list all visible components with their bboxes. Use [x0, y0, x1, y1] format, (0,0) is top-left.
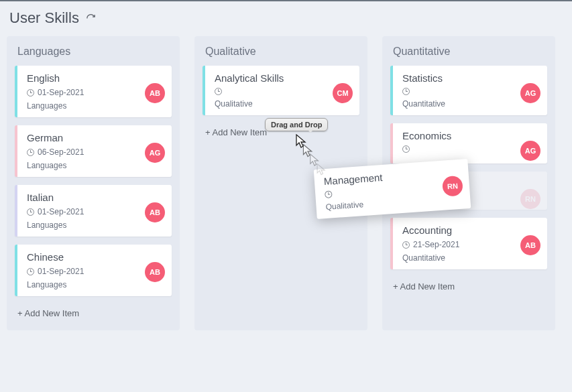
column-languages: Languages English 01-Sep-2021 Languages …	[7, 36, 180, 330]
card-date: 21-Sep-2021	[413, 240, 459, 249]
avatar: RN	[520, 189, 540, 209]
skill-card[interactable]: Chinese 01-Sep-2021 Languages AB	[15, 245, 172, 296]
column-title: Quantitative	[390, 46, 547, 66]
skill-card[interactable]: Italian 01-Sep-2021 Languages AB	[15, 185, 172, 237]
add-new-item-button[interactable]: + Add New Item	[15, 306, 172, 321]
avatar: AG	[520, 141, 540, 161]
column-title: Qualitative	[203, 46, 359, 66]
avatar: AB	[145, 202, 165, 222]
page-header: User Skills	[0, 1, 572, 34]
skill-card[interactable]: German 06-Sep-2021 Languages AG	[15, 125, 172, 177]
card-date-row: 01-Sep-2021	[27, 88, 164, 97]
add-new-item-button[interactable]: + Add New Item	[390, 279, 547, 294]
card-date: 01-Sep-2021	[38, 207, 84, 216]
avatar: AB	[145, 262, 165, 282]
skill-card[interactable]: Statistics Quantitative AG	[390, 66, 547, 115]
card-category: Languages	[27, 101, 164, 111]
clock-icon	[402, 145, 410, 153]
card-category: Languages	[27, 280, 164, 289]
refresh-icon[interactable]	[86, 13, 96, 23]
card-category: Languages	[27, 161, 164, 170]
card-category: Quantitative	[402, 99, 539, 109]
card-date: 01-Sep-2021	[38, 267, 84, 276]
clock-icon	[325, 190, 333, 198]
column-title: Languages	[15, 46, 172, 66]
clock-icon	[27, 89, 34, 96]
card-category: Quantitative	[402, 253, 539, 263]
card-category: Languages	[27, 220, 164, 230]
skill-card[interactable]: English 01-Sep-2021 Languages AB	[15, 66, 172, 117]
card-date: 01-Sep-2021	[38, 88, 84, 97]
card-title: Chinese	[27, 251, 164, 263]
avatar: AB	[145, 83, 165, 103]
skill-card[interactable]: Accounting 21-Sep-2021 Quantitative AB	[390, 218, 547, 269]
clock-icon	[27, 208, 34, 216]
card-title: English	[27, 72, 164, 84]
clock-icon	[215, 88, 222, 95]
clock-icon	[27, 268, 34, 275]
kanban-board: Languages English 01-Sep-2021 Languages …	[0, 34, 572, 337]
card-title: Statistics	[402, 72, 539, 84]
page-title: User Skills	[9, 9, 79, 27]
card-title: Italian	[27, 192, 164, 203]
avatar: AG	[520, 83, 540, 103]
drag-tooltip: Drag and Drop	[265, 118, 328, 131]
clock-icon	[27, 149, 34, 156]
skill-card[interactable]: Economics AG	[390, 123, 547, 164]
avatar: AG	[145, 143, 165, 163]
card-category: Qualitative	[215, 99, 351, 109]
card-date: 06-Sep-2021	[38, 147, 84, 157]
skill-card[interactable]: Analytical Skills Qualitative CM	[203, 66, 359, 115]
card-title: Economics	[402, 130, 539, 141]
clock-icon	[402, 241, 410, 249]
avatar: CM	[333, 83, 353, 103]
card-title: Analytical Skills	[215, 72, 351, 84]
card-title: Accounting	[402, 224, 539, 236]
avatar: AB	[520, 235, 540, 255]
clock-icon	[402, 88, 410, 95]
card-title: German	[27, 132, 164, 143]
